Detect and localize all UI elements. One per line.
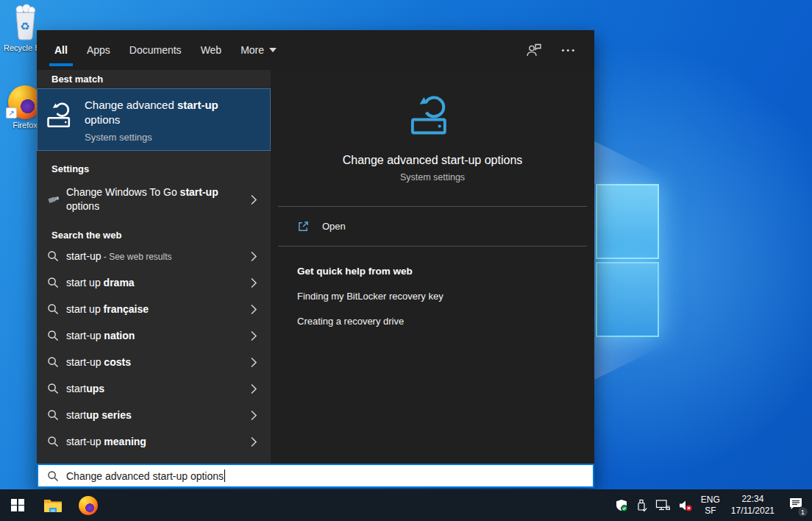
firefox-icon bbox=[79, 496, 98, 515]
clock-time: 22:34 bbox=[731, 494, 774, 506]
section-header-best-match: Best match bbox=[37, 70, 271, 88]
clock[interactable]: 22:34 17/11/2021 bbox=[728, 494, 777, 517]
wallpaper-light-ray bbox=[594, 141, 681, 184]
search-icon bbox=[47, 277, 59, 288]
web-suggestion-item[interactable]: start-up meaning bbox=[37, 428, 271, 455]
search-icon bbox=[47, 250, 59, 262]
sign-in-icon[interactable] bbox=[526, 43, 542, 57]
more-options-icon[interactable]: ••• bbox=[561, 46, 577, 54]
web-suggestion-text: start up française bbox=[66, 303, 149, 315]
search-icon bbox=[47, 356, 59, 368]
section-header-search-web: Search the web bbox=[37, 222, 271, 243]
tab-more[interactable]: More bbox=[241, 30, 277, 70]
best-match-result[interactable]: Change advanced start-up options System … bbox=[37, 88, 271, 151]
help-section-header: Get quick help from web bbox=[297, 266, 594, 277]
search-flyout: All Apps Documents Web More ••• Best mat… bbox=[37, 30, 594, 488]
search-icon bbox=[47, 470, 59, 482]
restart-drive-icon bbox=[46, 100, 76, 130]
tab-web[interactable]: Web bbox=[201, 30, 222, 70]
tab-all[interactable]: All bbox=[54, 30, 68, 70]
search-input[interactable]: Change advanced start-up options bbox=[37, 464, 594, 488]
search-results-list: Best match Change advanced start-up opti… bbox=[37, 70, 271, 464]
search-icon bbox=[47, 409, 59, 421]
search-input-value: Change advanced start-up options bbox=[66, 470, 224, 482]
chevron-right-icon bbox=[250, 357, 257, 368]
chevron-right-icon bbox=[250, 330, 257, 341]
best-match-title: Change advanced start-up options bbox=[85, 98, 229, 127]
chevron-right-icon bbox=[250, 304, 257, 315]
help-link-recovery-drive[interactable]: Creating a recovery drive bbox=[297, 316, 594, 327]
web-suggestion-item[interactable]: startup series bbox=[37, 402, 271, 428]
network-display-icon[interactable] bbox=[655, 499, 670, 511]
web-suggestion-text: start-up costs bbox=[66, 356, 131, 368]
recycle-symbol: ♻ bbox=[10, 20, 40, 33]
web-suggestion-text: startup series bbox=[66, 409, 132, 421]
web-suggestion-item[interactable]: start-up costs bbox=[37, 349, 271, 375]
usb-device-icon[interactable] bbox=[636, 499, 647, 512]
chevron-right-icon bbox=[250, 277, 257, 288]
section-header-settings: Settings bbox=[37, 160, 271, 177]
chevron-right-icon bbox=[250, 194, 257, 205]
chevron-right-icon bbox=[250, 436, 257, 447]
settings-result-text: Change Windows To Go start-up options bbox=[66, 185, 241, 213]
file-explorer-button[interactable] bbox=[35, 489, 71, 521]
shortcut-arrow-icon: ↗ bbox=[6, 107, 17, 118]
wallpaper-window-pane bbox=[596, 262, 659, 337]
search-tab-bar: All Apps Documents Web More ••• bbox=[37, 30, 594, 70]
tab-apps[interactable]: Apps bbox=[87, 30, 110, 70]
tab-documents[interactable]: Documents bbox=[129, 30, 182, 70]
volume-muted-icon[interactable] bbox=[678, 499, 693, 512]
recycle-bin-icon: ♻ bbox=[10, 4, 40, 42]
restart-drive-icon-large bbox=[409, 92, 456, 138]
dropdown-arrow-icon bbox=[269, 48, 277, 52]
settings-result-windows-to-go[interactable]: Change Windows To Go start-up options bbox=[37, 177, 271, 222]
web-suggestion-text: startups bbox=[66, 383, 104, 394]
search-icon bbox=[47, 330, 59, 341]
best-match-subtitle: System settings bbox=[85, 132, 229, 143]
notification-badge: 1 bbox=[797, 506, 808, 517]
web-suggestion-text: start-up - See web results bbox=[66, 250, 172, 262]
web-suggestion-item[interactable]: start-up - See web results bbox=[37, 243, 271, 269]
file-explorer-icon bbox=[43, 497, 63, 514]
chevron-right-icon bbox=[250, 383, 257, 394]
chevron-right-icon bbox=[250, 410, 257, 421]
action-center-button[interactable]: 1 bbox=[788, 497, 803, 514]
help-link-bitlocker[interactable]: Finding my BitLocker recovery key bbox=[297, 291, 594, 302]
web-suggestion-item[interactable]: start up française bbox=[37, 296, 271, 322]
web-suggestion-item[interactable]: start up drama bbox=[37, 269, 271, 296]
wallpaper-window-pane bbox=[596, 184, 659, 259]
preview-panel: Change advanced start-up options System … bbox=[271, 70, 594, 464]
open-external-icon bbox=[297, 220, 310, 233]
language-indicator[interactable]: ENG SF bbox=[701, 495, 720, 517]
web-suggestion-text: start-up meaning bbox=[66, 436, 146, 447]
clock-date: 17/11/2021 bbox=[731, 506, 774, 517]
taskbar: ENG SF 22:34 17/11/2021 1 bbox=[0, 489, 812, 521]
search-icon bbox=[47, 303, 59, 315]
search-icon bbox=[47, 436, 59, 447]
text-caret bbox=[224, 469, 225, 482]
chevron-right-icon bbox=[250, 251, 257, 262]
preview-subtitle: System settings bbox=[271, 172, 594, 182]
search-icon bbox=[47, 383, 59, 394]
desktop: ♻ Recycle Bin ↗ Firefox All Apps Documen… bbox=[0, 0, 812, 521]
firefox-taskbar-button[interactable] bbox=[71, 489, 106, 521]
usb-drive-icon bbox=[47, 194, 60, 205]
open-label: Open bbox=[322, 221, 346, 232]
web-suggestion-item[interactable]: start-up nation bbox=[37, 322, 271, 349]
web-suggestion-text: start-up nation bbox=[66, 330, 135, 341]
open-action[interactable]: Open bbox=[271, 207, 594, 246]
system-tray: ENG SF 22:34 17/11/2021 1 bbox=[615, 489, 812, 521]
security-shield-icon[interactable] bbox=[615, 499, 628, 512]
start-button[interactable] bbox=[0, 489, 35, 521]
web-suggestion-text: start up drama bbox=[66, 277, 135, 288]
windows-logo-icon bbox=[11, 499, 24, 512]
wallpaper-light-ray bbox=[594, 337, 681, 380]
preview-title: Change advanced start-up options bbox=[271, 154, 594, 167]
web-suggestion-item[interactable]: startups bbox=[37, 375, 271, 402]
web-suggestions: start-up - See web results start up dram… bbox=[37, 243, 271, 455]
